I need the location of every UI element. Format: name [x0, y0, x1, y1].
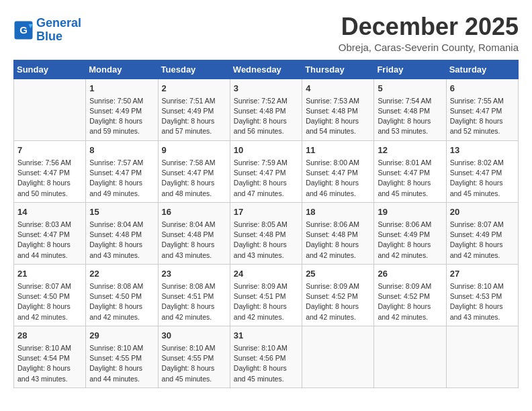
day-number: 7 [17, 144, 82, 156]
calendar-day-header: Tuesday [158, 60, 230, 79]
calendar-day-cell: 11Sunrise: 8:00 AM Sunset: 4:47 PM Dayli… [302, 140, 374, 202]
day-number: 30 [162, 330, 226, 342]
day-number: 4 [306, 83, 370, 95]
calendar-day-cell: 15Sunrise: 8:04 AM Sunset: 4:48 PM Dayli… [86, 202, 158, 264]
calendar-week-row: 1Sunrise: 7:50 AM Sunset: 4:49 PM Daylig… [14, 79, 519, 140]
day-info: Sunrise: 8:02 AM Sunset: 4:47 PM Dayligh… [450, 158, 515, 199]
calendar-day-cell: 25Sunrise: 8:09 AM Sunset: 4:52 PM Dayli… [302, 264, 374, 326]
day-number: 10 [234, 144, 298, 156]
day-info: Sunrise: 8:04 AM Sunset: 4:48 PM Dayligh… [162, 220, 226, 261]
day-number: 20 [450, 206, 515, 218]
day-number: 15 [89, 206, 154, 218]
svg-text:G: G [19, 24, 28, 35]
calendar-week-row: 28Sunrise: 8:10 AM Sunset: 4:54 PM Dayli… [14, 326, 519, 387]
day-number: 29 [89, 330, 154, 342]
page-header: G General Blue December 2025 Obreja, Car… [13, 13, 519, 53]
day-number: 6 [450, 83, 515, 95]
calendar-day-cell: 1Sunrise: 7:50 AM Sunset: 4:49 PM Daylig… [86, 79, 158, 140]
calendar-day-cell [374, 326, 446, 387]
day-info: Sunrise: 8:00 AM Sunset: 4:47 PM Dayligh… [306, 158, 370, 199]
calendar-day-cell [14, 79, 86, 140]
calendar-day-cell: 29Sunrise: 8:10 AM Sunset: 4:55 PM Dayli… [86, 326, 158, 387]
day-number: 19 [378, 206, 442, 218]
calendar-day-header: Monday [86, 60, 158, 79]
calendar-day-header: Saturday [446, 60, 518, 79]
day-number: 17 [234, 206, 298, 218]
calendar-day-cell: 26Sunrise: 8:09 AM Sunset: 4:52 PM Dayli… [374, 264, 446, 326]
day-info: Sunrise: 7:57 AM Sunset: 4:47 PM Dayligh… [89, 158, 154, 199]
day-number: 23 [162, 268, 226, 280]
calendar-day-cell: 2Sunrise: 7:51 AM Sunset: 4:49 PM Daylig… [158, 79, 230, 140]
calendar-day-cell: 22Sunrise: 8:08 AM Sunset: 4:50 PM Dayli… [86, 264, 158, 326]
calendar-day-cell: 14Sunrise: 8:03 AM Sunset: 4:47 PM Dayli… [14, 202, 86, 264]
day-info: Sunrise: 8:07 AM Sunset: 4:49 PM Dayligh… [450, 220, 515, 261]
calendar-day-cell: 30Sunrise: 8:10 AM Sunset: 4:55 PM Dayli… [158, 326, 230, 387]
day-number: 8 [89, 144, 154, 156]
calendar-day-cell [302, 326, 374, 387]
day-info: Sunrise: 7:50 AM Sunset: 4:49 PM Dayligh… [89, 96, 154, 137]
day-info: Sunrise: 8:08 AM Sunset: 4:51 PM Dayligh… [162, 281, 226, 322]
day-info: Sunrise: 8:10 AM Sunset: 4:53 PM Dayligh… [450, 281, 515, 322]
day-number: 26 [378, 268, 442, 280]
calendar-day-cell: 5Sunrise: 7:54 AM Sunset: 4:48 PM Daylig… [374, 79, 446, 140]
calendar-day-cell: 12Sunrise: 8:01 AM Sunset: 4:47 PM Dayli… [374, 140, 446, 202]
logo: G General Blue [13, 17, 81, 44]
day-info: Sunrise: 8:01 AM Sunset: 4:47 PM Dayligh… [378, 158, 442, 199]
day-number: 31 [234, 330, 298, 342]
day-number: 14 [17, 206, 82, 218]
calendar-day-cell: 10Sunrise: 7:59 AM Sunset: 4:47 PM Dayli… [230, 140, 302, 202]
calendar-day-cell: 8Sunrise: 7:57 AM Sunset: 4:47 PM Daylig… [86, 140, 158, 202]
day-info: Sunrise: 7:54 AM Sunset: 4:48 PM Dayligh… [378, 96, 442, 137]
calendar-day-cell: 28Sunrise: 8:10 AM Sunset: 4:54 PM Dayli… [14, 326, 86, 387]
calendar-day-cell: 3Sunrise: 7:52 AM Sunset: 4:48 PM Daylig… [230, 79, 302, 140]
day-info: Sunrise: 8:09 AM Sunset: 4:51 PM Dayligh… [234, 281, 298, 322]
day-number: 12 [378, 144, 442, 156]
day-number: 1 [89, 83, 154, 95]
day-info: Sunrise: 8:10 AM Sunset: 4:55 PM Dayligh… [162, 343, 226, 384]
day-number: 22 [89, 268, 154, 280]
day-info: Sunrise: 8:06 AM Sunset: 4:49 PM Dayligh… [378, 220, 442, 261]
day-number: 13 [450, 144, 515, 156]
calendar-day-cell: 31Sunrise: 8:10 AM Sunset: 4:56 PM Dayli… [230, 326, 302, 387]
calendar-day-cell: 7Sunrise: 7:56 AM Sunset: 4:47 PM Daylig… [14, 140, 86, 202]
calendar-day-cell: 19Sunrise: 8:06 AM Sunset: 4:49 PM Dayli… [374, 202, 446, 264]
calendar-day-cell: 18Sunrise: 8:06 AM Sunset: 4:48 PM Dayli… [302, 202, 374, 264]
day-number: 25 [306, 268, 370, 280]
day-info: Sunrise: 8:09 AM Sunset: 4:52 PM Dayligh… [306, 281, 370, 322]
calendar-day-header: Wednesday [230, 60, 302, 79]
day-info: Sunrise: 8:10 AM Sunset: 4:54 PM Dayligh… [17, 343, 82, 384]
day-info: Sunrise: 8:08 AM Sunset: 4:50 PM Dayligh… [89, 281, 154, 322]
calendar-day-cell: 4Sunrise: 7:53 AM Sunset: 4:48 PM Daylig… [302, 79, 374, 140]
calendar-day-cell: 13Sunrise: 8:02 AM Sunset: 4:47 PM Dayli… [446, 140, 518, 202]
location-title: Obreja, Caras-Severin County, Romania [339, 42, 519, 53]
calendar-day-cell: 23Sunrise: 8:08 AM Sunset: 4:51 PM Dayli… [158, 264, 230, 326]
day-info: Sunrise: 7:51 AM Sunset: 4:49 PM Dayligh… [162, 96, 226, 137]
month-title: December 2025 [339, 13, 519, 40]
day-number: 9 [162, 144, 226, 156]
day-info: Sunrise: 7:52 AM Sunset: 4:48 PM Dayligh… [234, 96, 298, 137]
day-number: 27 [450, 268, 515, 280]
day-number: 11 [306, 144, 370, 156]
day-info: Sunrise: 7:55 AM Sunset: 4:47 PM Dayligh… [450, 96, 515, 137]
day-info: Sunrise: 8:10 AM Sunset: 4:55 PM Dayligh… [89, 343, 154, 384]
calendar-day-cell: 6Sunrise: 7:55 AM Sunset: 4:47 PM Daylig… [446, 79, 518, 140]
day-info: Sunrise: 8:06 AM Sunset: 4:48 PM Dayligh… [306, 220, 370, 261]
day-info: Sunrise: 7:59 AM Sunset: 4:47 PM Dayligh… [234, 158, 298, 199]
logo-text: General Blue [36, 17, 81, 44]
calendar-day-cell: 21Sunrise: 8:07 AM Sunset: 4:50 PM Dayli… [14, 264, 86, 326]
day-info: Sunrise: 8:09 AM Sunset: 4:52 PM Dayligh… [378, 281, 442, 322]
day-info: Sunrise: 7:56 AM Sunset: 4:47 PM Dayligh… [17, 158, 82, 199]
day-info: Sunrise: 8:03 AM Sunset: 4:47 PM Dayligh… [17, 220, 82, 261]
day-number: 16 [162, 206, 226, 218]
calendar-week-row: 14Sunrise: 8:03 AM Sunset: 4:47 PM Dayli… [14, 202, 519, 264]
logo-icon: G [13, 20, 34, 40]
calendar-day-cell: 16Sunrise: 8:04 AM Sunset: 4:48 PM Dayli… [158, 202, 230, 264]
logo-line1: General [36, 16, 81, 30]
day-number: 24 [234, 268, 298, 280]
calendar-day-cell: 27Sunrise: 8:10 AM Sunset: 4:53 PM Dayli… [446, 264, 518, 326]
day-info: Sunrise: 7:58 AM Sunset: 4:47 PM Dayligh… [162, 158, 226, 199]
calendar-day-cell: 20Sunrise: 8:07 AM Sunset: 4:49 PM Dayli… [446, 202, 518, 264]
day-info: Sunrise: 8:07 AM Sunset: 4:50 PM Dayligh… [17, 281, 82, 322]
calendar-day-cell [446, 326, 518, 387]
calendar-header-row: SundayMondayTuesdayWednesdayThursdayFrid… [14, 60, 519, 79]
